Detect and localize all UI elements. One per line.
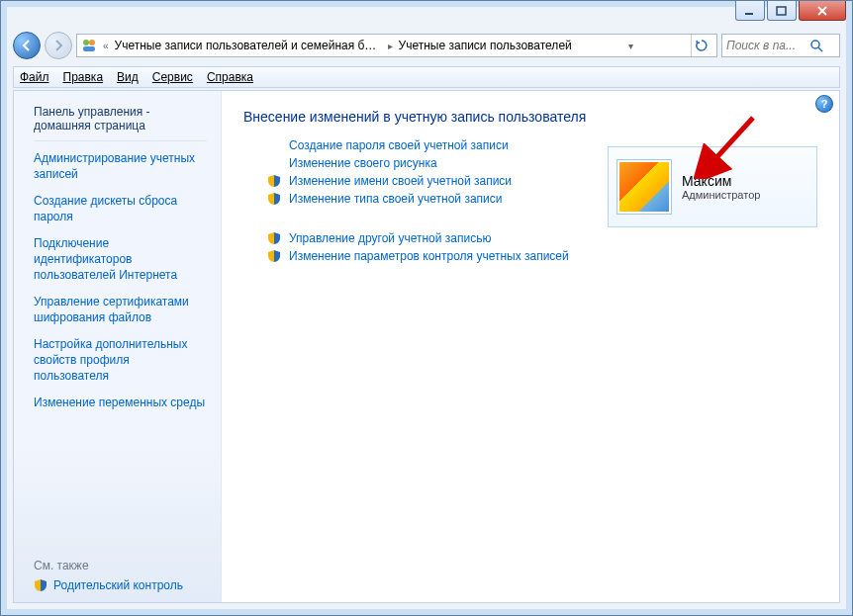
- svg-rect-0: [745, 13, 753, 15]
- task-create-password[interactable]: Создание пароля своей учетной записи: [289, 138, 509, 152]
- breadcrumb-seg-2[interactable]: Учетные записи пользователей: [399, 39, 572, 52]
- navigation-bar: « Учетные записи пользователей и семейна…: [13, 29, 840, 62]
- maximize-button[interactable]: [767, 1, 797, 21]
- breadcrumb-arrow-icon: ▸: [388, 41, 393, 51]
- window-controls: [735, 1, 846, 23]
- menu-bar: Файл Правка Вид Сервис Справка: [13, 66, 840, 88]
- search-input[interactable]: [726, 39, 806, 52]
- sidebar-link-env-vars[interactable]: Изменение переменных среды: [34, 396, 207, 411]
- svg-rect-4: [83, 46, 95, 51]
- page-heading: Внесение изменений в учетную запись поль…: [243, 109, 817, 125]
- sidebar-footer: См. также Родительский контроль: [34, 559, 207, 592]
- sidebar-link-reset-disk[interactable]: Создание дискеты сброса пароля: [34, 194, 207, 224]
- task-uac-settings[interactable]: Изменение параметров контроля учетных за…: [289, 249, 569, 263]
- user-picture: [616, 159, 672, 215]
- svg-point-3: [89, 40, 95, 45]
- user-account-card[interactable]: Максим Администратор: [608, 146, 817, 227]
- menu-edit[interactable]: Правка: [63, 70, 104, 84]
- user-role: Администратор: [682, 189, 760, 201]
- menu-view[interactable]: Вид: [117, 70, 139, 84]
- control-panel-window: « Учетные записи пользователей и семейна…: [0, 0, 853, 616]
- sidebar: Панель управления - домашняя страница Ад…: [14, 91, 222, 602]
- svg-line-6: [818, 47, 822, 51]
- address-bar[interactable]: « Учетные записи пользователей и семейна…: [76, 34, 717, 57]
- shield-icon: [267, 231, 281, 245]
- breadcrumb-dropdown-icon[interactable]: ▾: [628, 41, 633, 51]
- user-info: Максим Администратор: [682, 173, 760, 201]
- nav-back-button[interactable]: [13, 32, 41, 59]
- search-icon: [809, 39, 823, 52]
- sidebar-link-certificates[interactable]: Управление сертификатами шифрования файл…: [34, 295, 207, 325]
- sidebar-link-admin-accounts[interactable]: Администрирование учетных записей: [34, 151, 207, 182]
- breadcrumb-chevron-icon: «: [103, 41, 109, 51]
- parental-controls-link[interactable]: Родительский контроль: [34, 578, 207, 592]
- user-accounts-icon: [81, 38, 97, 53]
- shield-icon: [267, 192, 281, 206]
- sidebar-link-online-ids[interactable]: Подключение идентификаторов пользователе…: [34, 236, 207, 283]
- refresh-button[interactable]: [691, 35, 712, 56]
- control-panel-home-link[interactable]: Панель управления - домашняя страница: [34, 105, 207, 132]
- minimize-button[interactable]: [735, 1, 765, 21]
- svg-point-5: [811, 41, 819, 48]
- sidebar-divider: [34, 140, 207, 141]
- task-manage-another[interactable]: Управление другой учетной записью: [289, 231, 491, 245]
- content-body: Панель управления - домашняя страница Ад…: [13, 90, 840, 603]
- sidebar-link-profile-props[interactable]: Настройка дополнительных свойств профиля…: [34, 337, 207, 384]
- menu-tools[interactable]: Сервис: [152, 70, 193, 84]
- shield-icon: [267, 249, 281, 263]
- user-name: Максим: [682, 173, 760, 189]
- task-change-name[interactable]: Изменение имени своей учетной записи: [289, 174, 512, 188]
- breadcrumb-seg-1[interactable]: Учетные записи пользователей и семейная …: [115, 39, 382, 52]
- help-button[interactable]: ?: [815, 95, 833, 113]
- shield-icon: [34, 578, 47, 592]
- shield-icon: [267, 174, 281, 188]
- nav-forward-button[interactable]: [45, 32, 72, 59]
- svg-point-2: [83, 40, 89, 45]
- close-button[interactable]: [799, 1, 846, 21]
- see-also-label: См. также: [34, 559, 207, 572]
- task-change-type[interactable]: Изменение типа своей учетной записи: [289, 192, 502, 206]
- search-box[interactable]: [721, 34, 840, 57]
- task-change-picture[interactable]: Изменение своего рисунка: [289, 156, 437, 170]
- main-content: ? Внесение изменений в учетную запись по…: [222, 91, 839, 602]
- svg-rect-1: [777, 7, 786, 15]
- menu-file[interactable]: Файл: [20, 70, 49, 84]
- menu-help[interactable]: Справка: [207, 70, 253, 84]
